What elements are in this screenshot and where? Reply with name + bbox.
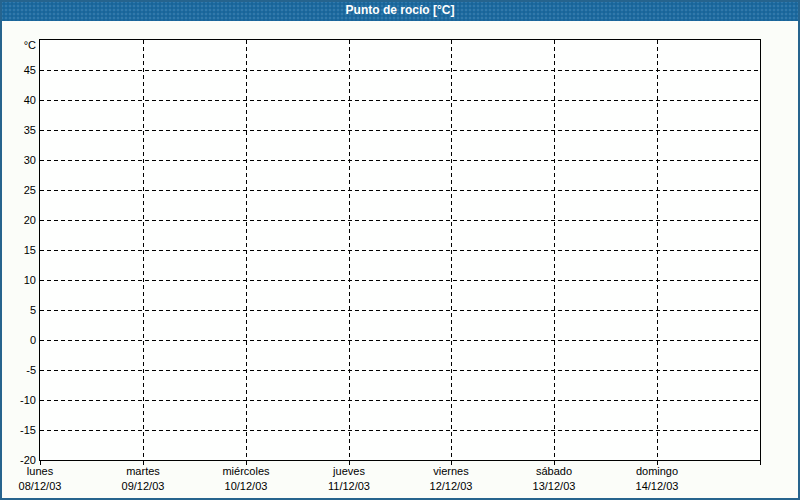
x-axis-tick	[760, 461, 761, 465]
plot-area	[39, 39, 761, 461]
day-name: sábado	[502, 464, 606, 479]
h-gridline	[40, 220, 760, 221]
chart-title: Punto de rocío [°C]	[346, 0, 455, 21]
day-name: miércoles	[194, 464, 298, 479]
day-date: 13/12/03	[502, 479, 606, 494]
x-axis-day-label: miércoles10/12/03	[194, 464, 298, 494]
h-gridline	[40, 340, 760, 341]
x-axis-day-label: martes09/12/03	[91, 464, 195, 494]
x-axis-day-label: jueves11/12/03	[297, 464, 401, 494]
v-gridline	[657, 40, 658, 460]
y-axis-tick-label: 40	[0, 93, 36, 107]
h-gridline	[40, 400, 760, 401]
y-axis-tick-label: 5	[0, 303, 36, 317]
v-gridline	[451, 40, 452, 460]
h-gridline	[40, 310, 760, 311]
h-gridline	[40, 250, 760, 251]
day-date: 09/12/03	[91, 479, 195, 494]
x-axis-day-label: lunes08/12/03	[0, 464, 92, 494]
h-gridline	[40, 190, 760, 191]
y-axis-tick-label: 25	[0, 183, 36, 197]
h-gridline	[40, 280, 760, 281]
x-axis-day-label: sábado13/12/03	[502, 464, 606, 494]
h-gridline	[40, 430, 760, 431]
y-axis-tick-label: 10	[0, 273, 36, 287]
y-axis-tick-label: 35	[0, 123, 36, 137]
day-date: 12/12/03	[399, 479, 503, 494]
y-axis-unit-label: °C	[0, 38, 36, 52]
y-axis-tick-label: 20	[0, 213, 36, 227]
h-gridline	[40, 370, 760, 371]
h-gridline	[40, 70, 760, 71]
v-gridline	[554, 40, 555, 460]
day-name: domingo	[605, 464, 709, 479]
day-date: 08/12/03	[0, 479, 92, 494]
v-gridline	[143, 40, 144, 460]
day-name: martes	[91, 464, 195, 479]
y-axis-tick-label: -10	[0, 393, 36, 407]
chart-window: Punto de rocío [°C] °C454035302520151050…	[0, 0, 800, 500]
day-name: jueves	[297, 464, 401, 479]
y-axis-tick-label: -5	[0, 363, 36, 377]
x-axis-day-label: viernes12/12/03	[399, 464, 503, 494]
y-axis-tick-label: -15	[0, 423, 36, 437]
day-date: 14/12/03	[605, 479, 709, 494]
y-axis-tick-label: 45	[0, 63, 36, 77]
v-gridline	[349, 40, 350, 460]
y-axis-tick-label: 30	[0, 153, 36, 167]
h-gridline	[40, 130, 760, 131]
day-date: 11/12/03	[297, 479, 401, 494]
day-name: lunes	[0, 464, 92, 479]
day-date: 10/12/03	[194, 479, 298, 494]
chart-title-bar: Punto de rocío [°C]	[0, 0, 800, 21]
y-axis-tick-label: 0	[0, 333, 36, 347]
h-gridline	[40, 160, 760, 161]
h-gridline	[40, 100, 760, 101]
day-name: viernes	[399, 464, 503, 479]
v-gridline	[246, 40, 247, 460]
x-axis-day-label: domingo14/12/03	[605, 464, 709, 494]
y-axis-tick-label: 15	[0, 243, 36, 257]
